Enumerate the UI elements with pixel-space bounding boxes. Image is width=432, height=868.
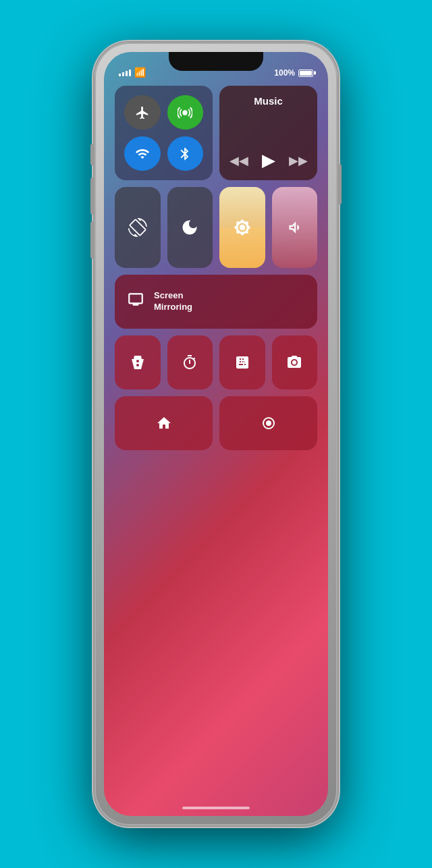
screen-record-button[interactable] — [219, 396, 317, 450]
row-screen-mirroring: Screen Mirroring — [115, 275, 317, 329]
battery-icon — [298, 70, 313, 77]
phone-screen: 📶 100% — [104, 52, 328, 816]
row-home-record — [115, 396, 317, 450]
airplane-mode-button[interactable] — [124, 95, 161, 130]
music-prev-button[interactable]: ◀◀ — [230, 153, 248, 168]
svg-point-0 — [183, 110, 188, 115]
battery-percent-label: 100% — [274, 68, 295, 78]
signal-bar-4 — [129, 70, 131, 76]
screen-mirroring-button[interactable]: Screen Mirroring — [115, 275, 317, 329]
do-not-disturb-button[interactable] — [167, 187, 213, 268]
control-center: Music ◀◀ ▶ ▶▶ — [115, 86, 317, 450]
volume-up-button[interactable] — [90, 178, 94, 215]
status-right: 100% — [274, 68, 313, 78]
music-title: Music — [229, 95, 308, 107]
music-next-button[interactable]: ▶▶ — [289, 153, 308, 168]
svg-point-2 — [266, 421, 271, 426]
notch — [169, 52, 263, 71]
calculator-button[interactable] — [219, 335, 265, 389]
cellular-button[interactable] — [167, 95, 204, 130]
row-toggles-sliders — [115, 187, 317, 268]
battery-fill — [300, 71, 312, 76]
wifi-button[interactable] — [124, 136, 161, 171]
camera-button[interactable] — [272, 335, 318, 389]
signal-bar-1 — [119, 74, 121, 76]
signal-bars — [119, 68, 131, 76]
battery-body — [298, 70, 313, 77]
status-left: 📶 — [119, 67, 146, 78]
signal-bar-3 — [126, 71, 128, 76]
power-button[interactable] — [338, 164, 342, 205]
home-indicator — [182, 807, 250, 809]
connectivity-grid — [115, 86, 213, 180]
bluetooth-button[interactable] — [167, 136, 204, 171]
phone-frame: 📶 100% — [94, 43, 338, 825]
home-button[interactable] — [115, 396, 213, 450]
volume-slider[interactable] — [272, 187, 318, 268]
timer-button[interactable] — [167, 335, 213, 389]
music-play-button[interactable]: ▶ — [262, 150, 275, 171]
wifi-status-icon: 📶 — [134, 67, 146, 78]
signal-bar-2 — [122, 72, 124, 76]
torch-button[interactable] — [115, 335, 161, 389]
row-connectivity-music: Music ◀◀ ▶ ▶▶ — [115, 86, 317, 180]
screen-mirror-icon — [127, 291, 144, 313]
rotation-lock-button[interactable] — [115, 187, 161, 268]
music-widget: Music ◀◀ ▶ ▶▶ — [219, 86, 317, 180]
volume-down-button[interactable] — [90, 221, 94, 259]
brightness-slider[interactable] — [219, 187, 265, 268]
screen-mirroring-label: Screen Mirroring — [154, 290, 192, 313]
music-controls: ◀◀ ▶ ▶▶ — [229, 150, 308, 171]
row-utilities — [115, 335, 317, 389]
mute-switch[interactable] — [90, 144, 94, 165]
